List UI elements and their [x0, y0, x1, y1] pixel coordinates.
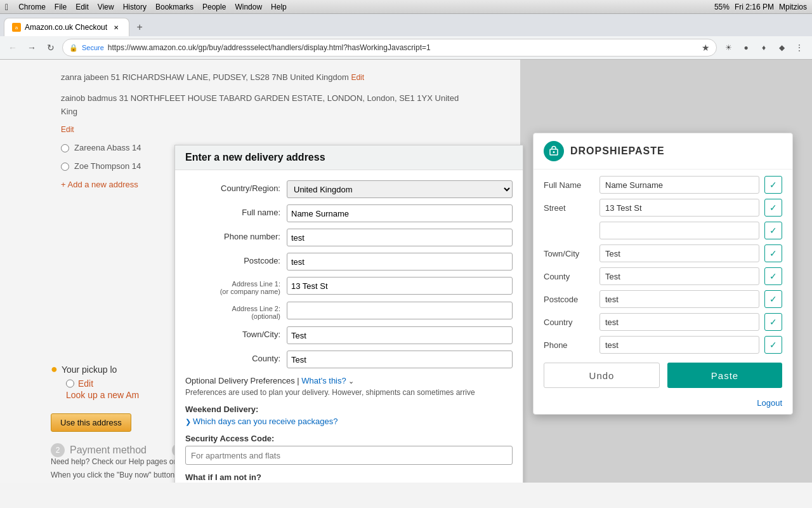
menu-chrome[interactable]: Chrome: [18, 3, 46, 11]
more-button[interactable]: ⋮: [792, 40, 807, 55]
chrome-nav-bar: ← → ↻ 🔒 Secure https://www.amazon.co.uk/…: [0, 36, 812, 59]
lookup-link[interactable]: Look up a new Am: [66, 390, 139, 400]
fullname-row: Full name:: [185, 204, 513, 222]
ds-phone-row: Phone ✓: [544, 336, 782, 354]
postcode-label: Postcode:: [185, 253, 287, 265]
country-select[interactable]: United Kingdom: [287, 180, 513, 198]
tab-favicon: a: [12, 23, 21, 32]
postcode-row: Postcode:: [185, 253, 513, 271]
ds-logout-link[interactable]: Logout: [757, 398, 782, 408]
ds-street2-input[interactable]: [599, 222, 759, 239]
security-input[interactable]: [185, 446, 513, 465]
fullname-input[interactable]: [287, 204, 513, 222]
menu-view[interactable]: View: [98, 3, 114, 11]
ds-country-check[interactable]: ✓: [764, 313, 782, 331]
phone-label: Phone number:: [185, 229, 287, 241]
dropshie-title: DROPSHIEPASTE: [570, 145, 665, 157]
tab-bar: a Amazon.co.uk Checkout ✕ +: [0, 14, 812, 36]
optional-delivery-section: Optional Delivery Preferences | What's t…: [185, 376, 513, 385]
menu-bookmarks[interactable]: Bookmarks: [155, 3, 193, 11]
ds-fullname-input[interactable]: [599, 176, 759, 194]
address-radio-4[interactable]: [61, 163, 69, 171]
ds-street-input[interactable]: [599, 199, 759, 217]
pickup-radio[interactable]: [66, 378, 74, 389]
extension-icon-3[interactable]: ♦: [756, 40, 771, 55]
tab-close-button[interactable]: ✕: [111, 22, 121, 32]
mac-status-bar: 55% Fri 2:16 PM Mpitzios: [714, 3, 807, 11]
address-radio-3[interactable]: [61, 144, 69, 152]
menu-edit[interactable]: Edit: [75, 3, 89, 11]
ds-paste-button[interactable]: Paste: [667, 363, 782, 388]
ds-fullname-label: Full Name: [544, 180, 594, 190]
weekend-delivery-link[interactable]: Which days can you receive packages?: [185, 417, 337, 426]
ds-country-input[interactable]: [599, 313, 759, 331]
address2-input[interactable]: [287, 302, 513, 319]
extension-icon-4[interactable]: ◆: [774, 40, 789, 55]
menu-people[interactable]: People: [202, 3, 226, 11]
address-name: zanra jabeen 51 RICHARDSHAW LANE, PUDSEY…: [61, 72, 351, 82]
address2-row: Address Line 2: (optional): [185, 302, 513, 320]
dialog-body: Country/Region: United Kingdom Full name…: [175, 170, 523, 483]
address-item: zainob badmus 31 NORTHFLEET HOUSE TABARD…: [61, 90, 459, 121]
ds-postcode-input[interactable]: [599, 290, 759, 308]
country-label: Country/Region:: [185, 180, 287, 193]
mac-menubar:  Chrome File Edit View History Bookmark…: [0, 0, 812, 14]
ds-postcode-check[interactable]: ✓: [764, 290, 782, 308]
address-bar[interactable]: 🔒 Secure https://www.amazon.co.uk/gp/buy…: [62, 39, 717, 57]
clock: Fri 2:16 PM: [735, 3, 774, 11]
address-edit-link[interactable]: Edit: [351, 73, 364, 82]
ds-phone-check[interactable]: ✓: [764, 336, 782, 354]
address2-label: Address Line 2: (optional): [185, 302, 287, 320]
ds-town-input[interactable]: [599, 244, 759, 262]
ds-fullname-check[interactable]: ✓: [764, 176, 782, 194]
fullname-label: Full name:: [185, 204, 287, 217]
ds-street-row: Street ✓: [544, 199, 782, 217]
menu-history[interactable]: History: [123, 3, 147, 11]
address1-row: Address Line 1: (or company name): [185, 277, 513, 295]
ds-town-check[interactable]: ✓: [764, 244, 782, 262]
extension-icon-1[interactable]: ☀: [721, 40, 736, 55]
secure-icon: 🔒: [69, 44, 78, 52]
active-tab[interactable]: a Amazon.co.uk Checkout ✕: [4, 18, 129, 36]
security-label: Security Access Code:: [185, 434, 513, 443]
use-address-button[interactable]: Use this address: [51, 413, 131, 432]
ds-street-check[interactable]: ✓: [764, 199, 782, 217]
postcode-input[interactable]: [287, 253, 513, 271]
forward-button[interactable]: →: [24, 40, 39, 55]
menu-window[interactable]: Window: [235, 3, 262, 11]
new-tab-button[interactable]: +: [131, 18, 148, 36]
star-icon[interactable]: ★: [702, 43, 710, 53]
whats-this-link[interactable]: What's this?: [301, 376, 346, 385]
refresh-button[interactable]: ↻: [43, 40, 58, 55]
county-input[interactable]: [287, 351, 513, 368]
bottom-info: Need help? Check our Help pages or c Whe…: [51, 455, 182, 481]
ds-town-row: Town/City ✓: [544, 244, 782, 262]
dialog-header: Enter a new delivery address: [175, 145, 523, 170]
extension-icon-2[interactable]: ●: [738, 40, 754, 55]
svg-point-1: [553, 151, 555, 153]
ds-fullname-row: Full Name ✓: [544, 176, 782, 194]
pickup-edit-link[interactable]: Edit: [78, 378, 93, 389]
phone-row: Phone number:: [185, 229, 513, 246]
menu-file[interactable]: File: [55, 3, 67, 11]
apple-menu[interactable]: : [5, 2, 8, 12]
security-section: Security Access Code:: [185, 434, 513, 465]
dropshie-body: Full Name ✓ Street ✓ ✓ Town/City ✓: [534, 170, 792, 394]
extension-icons: ☀ ● ♦ ◆ ⋮: [721, 40, 807, 55]
back-button[interactable]: ←: [5, 40, 20, 55]
ds-county-check[interactable]: ✓: [764, 267, 782, 285]
ds-street-label: Street: [544, 203, 594, 213]
ds-phone-input[interactable]: [599, 336, 759, 354]
address1-input[interactable]: [287, 277, 513, 295]
menu-help[interactable]: Help: [271, 3, 287, 11]
ds-country-row: Country ✓: [544, 313, 782, 331]
phone-input[interactable]: [287, 229, 513, 246]
country-row: Country/Region: United Kingdom: [185, 180, 513, 198]
ds-county-input[interactable]: [599, 267, 759, 285]
ds-undo-button[interactable]: Undo: [544, 363, 660, 388]
ds-street2-check[interactable]: ✓: [764, 222, 782, 239]
town-input[interactable]: [287, 326, 513, 344]
ds-action-buttons: Undo Paste: [544, 363, 782, 388]
address-item-edit2: Edit: [61, 121, 459, 139]
address-edit-link2[interactable]: Edit: [61, 125, 74, 134]
